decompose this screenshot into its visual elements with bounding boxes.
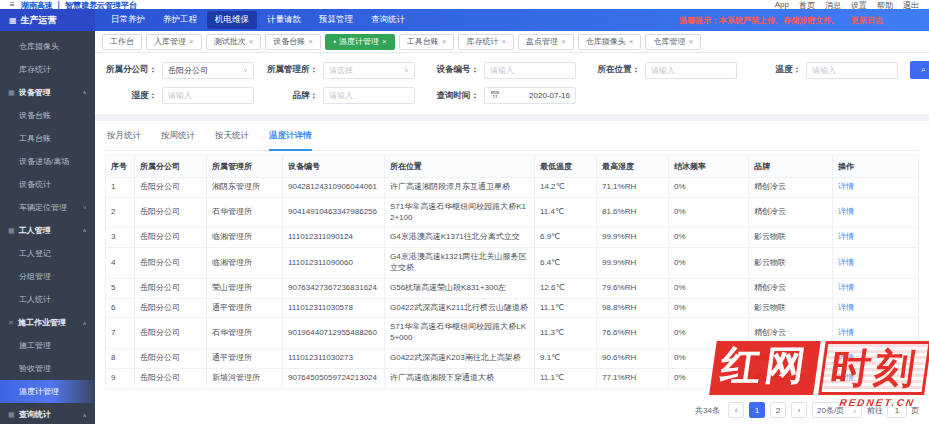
subtab[interactable]: 按天统计 [215, 130, 249, 151]
tab-label: 工作台 [110, 36, 134, 47]
filter-label: 品牌： [266, 90, 318, 102]
sidebar-item[interactable]: 施工管理 [0, 334, 95, 357]
filter-select[interactable]: 请选择∨ [323, 62, 415, 79]
close-icon[interactable]: × [629, 38, 634, 46]
filter-input[interactable]: 请输入 [323, 87, 415, 104]
sidebar-item[interactable]: 设备台账 [0, 104, 95, 127]
nav-item[interactable]: 查询统计 [363, 11, 413, 29]
sidebar-item[interactable]: 设备进场/离场 [0, 150, 95, 173]
module-switcher[interactable]: ▦ 生产运营 [0, 9, 95, 31]
nav-item[interactable]: 计量请款 [259, 11, 309, 29]
sidebar-section[interactable]: ▦工人管理∧ [0, 219, 95, 242]
stat-subtabs: 按月统计按周统计按天统计温度计详情 [105, 121, 919, 151]
nav-item[interactable]: 日常养护 [103, 11, 153, 29]
search-button[interactable]: ⌕查询 [910, 61, 929, 79]
section-icon: ✕ [8, 319, 14, 327]
detail-link[interactable]: 详情 [838, 328, 854, 337]
open-tab[interactable]: 库存统计× [458, 34, 514, 50]
filter-date-picker[interactable]: 📅2020-07-16 [484, 87, 576, 104]
hamburger-icon[interactable]: ≡ [10, 0, 15, 9]
filter-input[interactable]: 请输入 [484, 62, 576, 79]
close-icon[interactable]: × [382, 38, 387, 46]
top-link[interactable]: 首页 [799, 0, 815, 9]
close-icon[interactable]: × [442, 38, 447, 46]
open-tab[interactable]: 设备台账× [265, 34, 321, 50]
sidebar-item[interactable]: 车辆定位管理∨ [0, 196, 95, 219]
cell-location: S71华常高速石华枢纽间校园路大桥LK5+000 [385, 318, 535, 349]
open-tab[interactable]: 盘点管理× [518, 34, 574, 50]
chevron-icon: ∨ [83, 205, 87, 211]
prev-page-button[interactable]: ‹ [728, 402, 744, 418]
sidebar-item[interactable]: 仓库摄像头 [0, 35, 95, 58]
open-tab[interactable]: 入库管理× [146, 34, 202, 50]
nav-item[interactable]: 预算管理 [311, 11, 361, 29]
cell-device-id: 111012311030578 [283, 298, 385, 318]
detail-link[interactable]: 详情 [838, 258, 854, 267]
cell-company: 岳阳分公司 [135, 178, 207, 198]
sidebar-item[interactable]: 验收管理 [0, 357, 95, 380]
filter-input[interactable]: 请输入 [806, 62, 898, 79]
sidebar-item[interactable]: 库存统计 [0, 58, 95, 81]
top-link[interactable]: 退出 [903, 0, 919, 9]
next-page-button[interactable]: › [791, 402, 807, 418]
sidebar-item[interactable]: 工人登记 [0, 242, 95, 265]
filter-input[interactable]: 请输入 [645, 62, 737, 79]
table-row: 4岳阳分公司临湘管理所111012311090060G4京港澳高速k1321两往… [106, 248, 919, 279]
open-tab[interactable]: 仓库管理× [645, 34, 701, 50]
page-size-select[interactable]: 20条/页∨ [812, 402, 862, 418]
goto-page: 前往1页 [867, 402, 919, 418]
subtab[interactable]: 按月统计 [107, 130, 141, 151]
page-number-button[interactable]: 2 [770, 402, 786, 418]
chevron-icon: ∧ [82, 412, 87, 418]
close-icon[interactable]: × [249, 38, 254, 46]
close-icon[interactable]: × [189, 38, 194, 46]
sidebar-item[interactable]: 分组管理 [0, 265, 95, 288]
sidebar-section[interactable]: ▦设备管理∧ [0, 81, 95, 104]
nav-item[interactable]: 机电维保 [207, 11, 257, 29]
filter-select[interactable]: 岳阳分公司∨ [162, 62, 254, 79]
top-link[interactable]: App [775, 0, 789, 9]
page-number-button[interactable]: 1 [749, 402, 765, 418]
detail-link[interactable]: 详情 [838, 283, 854, 292]
top-link[interactable]: 设置 [851, 0, 867, 9]
goto-page-input[interactable]: 1 [887, 402, 907, 418]
detail-link[interactable]: 详情 [838, 353, 854, 362]
table-row: 2岳阳分公司石华管理所90414910463347986256S71华常高速石华… [106, 197, 919, 228]
sidebar-label: 查询统计 [19, 409, 51, 420]
sidebar-item[interactable]: 工具台账 [0, 127, 95, 150]
detail-link[interactable]: 详情 [838, 303, 854, 312]
open-tab[interactable]: 仓库摄像头× [578, 34, 642, 50]
sidebar-section[interactable]: ✕施工作业管理∧ [0, 311, 95, 334]
open-tab[interactable]: 测试批次× [206, 34, 262, 50]
filter-input[interactable]: 请输入 [162, 87, 254, 104]
sidebar-item[interactable]: 工人统计 [0, 288, 95, 311]
close-icon[interactable]: × [561, 38, 566, 46]
sidebar-label: 工人登记 [19, 248, 51, 259]
open-tab[interactable]: 工作台 [102, 34, 142, 50]
open-tab[interactable]: ●温度计管理× [325, 34, 395, 50]
sidebar-label: 工具台账 [19, 133, 51, 144]
detail-link[interactable]: 详情 [838, 373, 854, 382]
top-link[interactable]: 帮助 [877, 0, 893, 9]
detail-link[interactable]: 详情 [838, 207, 854, 216]
detail-link[interactable]: 详情 [838, 232, 854, 241]
sidebar-item[interactable]: 设备统计 [0, 173, 95, 196]
table-row: 3岳阳分公司临湘管理所111012311090124G4京港澳高速K1371往北… [106, 228, 919, 248]
close-icon[interactable]: × [308, 38, 313, 46]
cell-min-temp: 11.1℃ [535, 298, 597, 318]
detail-link[interactable]: 详情 [838, 182, 854, 191]
subtab[interactable]: 温度计详情 [269, 130, 312, 151]
sidebar-section[interactable]: ▦查询统计∧ [0, 403, 95, 424]
sidebar-label: 温度计管理 [19, 386, 59, 397]
close-icon[interactable]: × [501, 38, 506, 46]
page-size-value: 20条/页 [817, 405, 844, 416]
sidebar-item[interactable]: 温度计管理 [0, 380, 95, 403]
close-icon[interactable]: × [688, 38, 693, 46]
open-tab[interactable]: 工具台账× [399, 34, 455, 50]
cell-company: 岳阳分公司 [135, 348, 207, 368]
changelog-link[interactable]: 更新日志 [851, 15, 883, 26]
subtab[interactable]: 按周统计 [161, 130, 195, 151]
top-link[interactable]: 消息 [825, 0, 841, 9]
column-header: 所属分公司 [135, 156, 207, 178]
nav-item[interactable]: 养护工程 [155, 11, 205, 29]
